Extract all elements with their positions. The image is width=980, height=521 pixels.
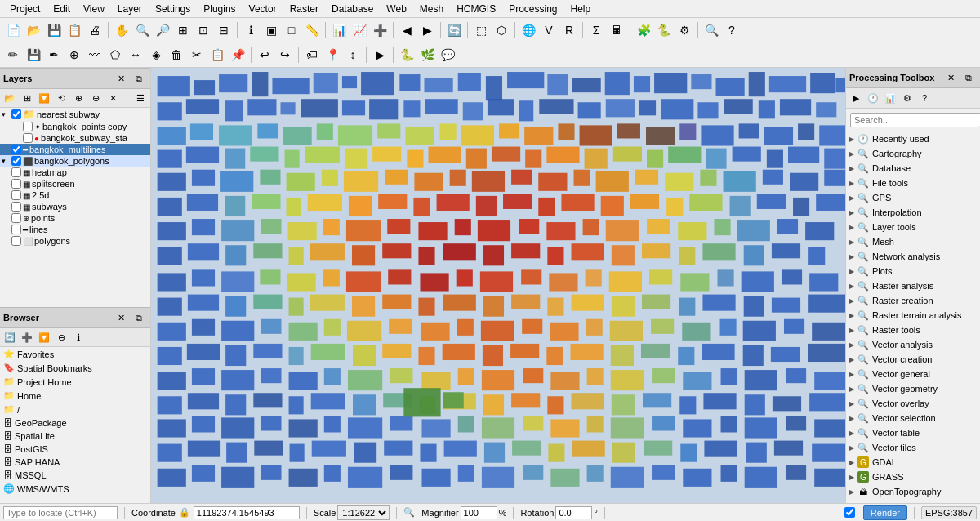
identify-btn[interactable]: ℹ [241,20,261,40]
layer-vis-bangkok-polygons[interactable] [11,156,21,166]
map-tips-btn[interactable]: 💬 [438,45,457,65]
expand-all-btn[interactable]: ⊕ [70,90,87,106]
save-edits-btn[interactable]: 💾 [24,45,43,65]
sum-btn[interactable]: Σ [586,20,606,40]
toolbox-gps[interactable]: ▶ 🔍 GPS [846,190,980,205]
save-as-btn[interactable]: 📋 [65,20,84,40]
toolbox-vector-tiles[interactable]: ▶ 🔍 Vector tiles [846,440,980,455]
paste-btn[interactable]: 📌 [228,45,247,65]
next-extent-btn[interactable]: ▶ [417,20,437,40]
toolbox-vector-selection[interactable]: ▶ 🔍 Vector selection [846,411,980,425]
toolbox-raster-tools[interactable]: ▶ 🔍 Raster tools [846,323,980,337]
layers-close-btn[interactable]: ✕ [113,70,129,87]
layer-heatmap[interactable]: ▦ heatmap [0,167,150,178]
cut-btn[interactable]: ✂ [187,45,207,65]
search-main-btn[interactable]: 🔍 [702,20,721,40]
prev-extent-btn[interactable]: ◀ [397,20,416,40]
add-vector-btn[interactable]: V [539,20,559,40]
layer-bangkok-points-copy[interactable]: ✦ bangkok_points copy [11,121,150,132]
toolbox-close-btn[interactable]: ✕ [942,69,959,86]
action-btn[interactable]: ▶ [370,45,390,65]
new-layer-btn[interactable]: ➕ [370,20,390,40]
toolbox-vector-creation[interactable]: ▶ 🔍 Vector creation [846,352,980,367]
toolbox-raster-analysis[interactable]: ▶ 🔍 Raster analysis [846,278,980,293]
toolbox-vector-analysis[interactable]: ▶ 🔍 Vector analysis [846,337,980,352]
layer-vis-bangkok-subway[interactable] [23,133,33,143]
browser-home[interactable]: 📁 Home [0,389,150,403]
add-point-btn[interactable]: ⊕ [65,45,84,65]
layer-vis-bangkok-multilines[interactable] [11,145,21,154]
layer-lines[interactable]: ━ lines [0,224,150,235]
toolbox-database[interactable]: ▶ 🔍 Database [846,161,980,176]
render-checkbox[interactable] [844,507,855,518]
layer-vis-polygons[interactable] [11,236,21,246]
copy-btn[interactable]: 📋 [207,45,227,65]
pin-label-btn[interactable]: 📍 [323,45,342,65]
layer-splitscreen[interactable]: ▦ splitscreen [0,178,150,189]
browser-wms-wmts[interactable]: 🌐 WMS/WMTS [0,482,150,496]
menu-settings[interactable]: Settings [149,2,197,16]
menu-layer[interactable]: Layer [111,2,149,16]
menu-database[interactable]: Database [325,2,380,16]
layer-2-5d[interactable]: ▦ 2.5d [0,189,150,201]
plugin-mgr-btn[interactable]: 🧩 [634,20,653,40]
select-poly-btn[interactable]: ⬡ [492,20,511,40]
grass-btn[interactable]: 🌿 [417,45,437,65]
add-line-btn[interactable]: 〰 [85,45,105,65]
layer-vis-subways[interactable] [11,202,21,212]
toolbox-vector-table[interactable]: ▶ 🔍 Vector table [846,425,980,440]
redo-btn[interactable]: ↪ [275,45,295,65]
toolbox-plots[interactable]: ▶ 🔍 Plots [846,264,980,278]
browser-float-btn[interactable]: ⧉ [131,309,147,326]
toolbox-run-btn[interactable]: ▶ [848,90,864,106]
layer-nearest-subway[interactable]: ▾ 📁 nearest subway [0,108,150,121]
layer-vis-2-5d[interactable] [11,190,21,200]
browser-geopackage[interactable]: 🗄 GeoPackage [0,416,150,430]
browser-add-btn[interactable]: ➕ [19,329,35,345]
browser-sap-hana[interactable]: 🗄 SAP HANA [0,456,150,469]
toolbox-raster-creation[interactable]: ▶ 🔍 Raster creation [846,293,980,308]
zoom-in-btn[interactable]: 🔍 [132,20,152,40]
browser-filter-btn[interactable]: 🔽 [36,329,52,345]
node-tool-btn[interactable]: ◈ [146,45,166,65]
toolbox-cartography[interactable]: ▶ 🔍 Cartography [846,146,980,161]
browser-spatialite[interactable]: 🗄 SpatiaLite [0,430,150,443]
layer-bangkok-multilines[interactable]: ━ bangkok_multilines [0,144,150,155]
menu-web[interactable]: Web [380,2,412,16]
save-btn[interactable]: 💾 [44,20,64,40]
toolbox-vector-overlay[interactable]: ▶ 🔍 Vector overlay [846,396,980,411]
print-btn[interactable]: 🖨 [85,20,105,40]
browser-root[interactable]: 📁 / [0,403,150,416]
digitize-btn[interactable]: ✒ [44,45,64,65]
move-label-btn[interactable]: ↕ [343,45,363,65]
toolbox-vector-general[interactable]: ▶ 🔍 Vector general [846,367,980,381]
layer-bangkok-subway[interactable]: ● bangkok_subway_sta [11,132,150,144]
zoom-selected-btn[interactable]: ⊟ [214,20,234,40]
collapse-all-btn[interactable]: ⊖ [87,90,104,106]
layer-vis-points[interactable] [11,213,21,223]
scale-select[interactable]: 1:12622 [337,505,390,520]
layer-vis-splitscreen[interactable] [11,179,21,189]
open-layer-props-btn[interactable]: 📂 [2,90,18,106]
move-btn[interactable]: ↔ [126,45,145,65]
render-button[interactable]: Render [863,505,907,520]
toolbox-settings-btn[interactable]: ⚙ [899,90,915,106]
toolbox-mesh[interactable]: ▶ 🔍 Mesh [846,234,980,249]
menu-edit[interactable]: Edit [47,2,77,16]
toolbox-network-analysis[interactable]: ▶ 🔍 Network analysis [846,249,980,264]
menu-hcmgis[interactable]: HCMGIS [450,2,502,16]
toolbox-file-tools[interactable]: ▶ 🔍 File tools [846,176,980,190]
open-btn[interactable]: 📂 [24,20,43,40]
new-project-btn[interactable]: 📄 [3,20,23,40]
edit-toggle-btn[interactable]: ✏ [3,45,23,65]
menu-raster[interactable]: Raster [283,2,325,16]
epsg-badge[interactable]: EPSG:3857 [921,506,977,519]
zoom-out-btn[interactable]: 🔎 [153,20,172,40]
label-btn[interactable]: 🏷 [302,45,322,65]
layer-polygons[interactable]: ⬜ polygons [0,235,150,247]
add-polygon-btn[interactable]: ⬠ [105,45,125,65]
menu-project[interactable]: Project [3,2,47,16]
toolbox-help-btn[interactable]: ? [916,90,933,106]
toolbox-search-input[interactable] [850,113,980,127]
menu-processing[interactable]: Processing [502,2,564,16]
